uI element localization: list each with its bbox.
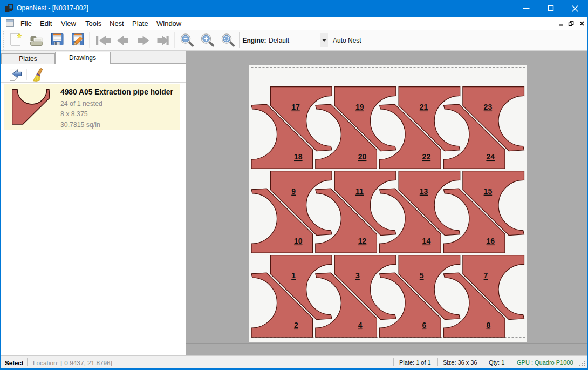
svg-text:5: 5 (420, 271, 424, 280)
svg-text:2: 2 (294, 321, 298, 329)
svg-text:20: 20 (358, 152, 367, 161)
svg-text:1: 1 (291, 271, 296, 280)
svg-text:13: 13 (420, 187, 428, 196)
svg-text:7: 7 (484, 271, 488, 280)
svg-text:23: 23 (484, 103, 493, 111)
svg-text:16: 16 (486, 237, 495, 245)
svg-text:19: 19 (355, 103, 364, 111)
svg-text:14: 14 (422, 237, 431, 245)
svg-text:24: 24 (486, 152, 495, 161)
svg-text:8: 8 (486, 321, 490, 329)
svg-text:6: 6 (422, 321, 427, 329)
svg-text:9: 9 (291, 187, 296, 196)
svg-text:15: 15 (484, 187, 493, 196)
svg-text:18: 18 (294, 152, 303, 161)
svg-text:11: 11 (355, 187, 364, 196)
svg-text:12: 12 (358, 237, 367, 245)
svg-text:4: 4 (358, 321, 363, 329)
svg-text:3: 3 (355, 271, 360, 280)
svg-text:10: 10 (294, 237, 303, 245)
svg-text:22: 22 (422, 152, 431, 161)
svg-text:21: 21 (420, 103, 428, 111)
svg-text:17: 17 (291, 103, 300, 111)
